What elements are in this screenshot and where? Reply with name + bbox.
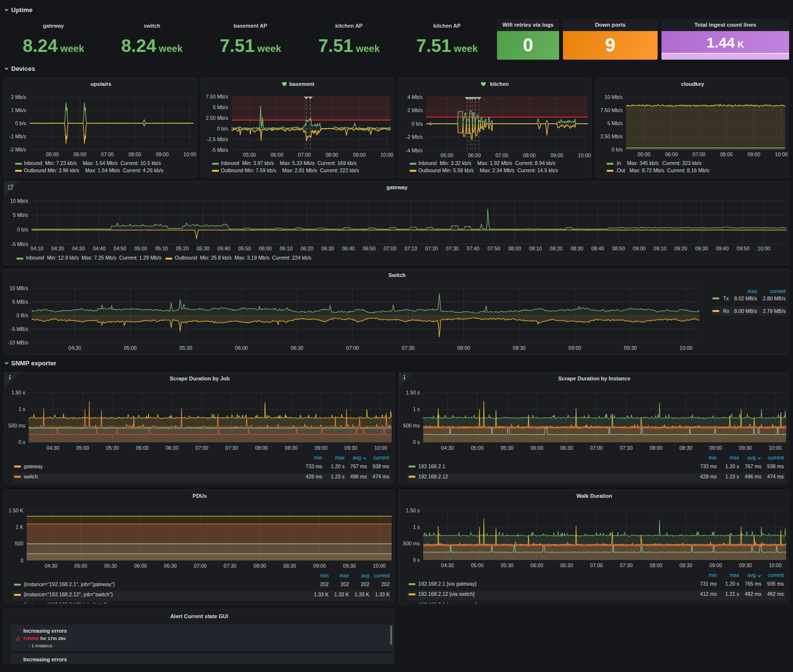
svg-text:06:00: 06:00	[468, 152, 480, 158]
svg-text:0 s: 0 s	[18, 439, 25, 445]
svg-text:upstairs: upstairs	[91, 81, 112, 87]
svg-text:10 Mb/s: 10 Mb/s	[10, 198, 28, 204]
svg-text:938 ms: 938 ms	[767, 463, 784, 469]
svg-text:10:00: 10:00	[769, 562, 781, 568]
svg-text:04:30: 04:30	[441, 445, 454, 451]
svg-text:08:00: 08:00	[253, 563, 266, 569]
svg-text:05:30: 05:30	[106, 445, 119, 451]
svg-text:05:00: 05:00	[124, 345, 136, 351]
svg-text:09:00: 09:00	[709, 445, 722, 451]
svg-text:Outbound: Outbound	[24, 167, 46, 173]
svg-text:05:00: 05:00	[441, 152, 453, 158]
svg-text:Inbound: Inbound	[221, 160, 239, 166]
svg-text:06:30: 06:30	[291, 345, 303, 351]
svg-text:765 ms: 765 ms	[745, 581, 761, 587]
svg-text:08:00: 08:00	[326, 152, 338, 158]
svg-text:07:30: 07:30	[224, 563, 236, 569]
svg-text:current: current	[374, 573, 390, 578]
svg-text:08:00: 08:00	[720, 151, 733, 157]
svg-text:5 MB/s: 5 MB/s	[12, 299, 28, 305]
svg-text:current: current	[373, 455, 389, 460]
svg-text:0 s: 0 s	[413, 439, 420, 445]
svg-text:05:00: 05:00	[471, 445, 483, 451]
svg-text:06:00: 06:00	[134, 563, 147, 569]
svg-text:06:30: 06:30	[560, 562, 573, 568]
svg-text:07:30: 07:30	[620, 445, 632, 451]
svg-text:7.50 Mb/s: 7.50 Mb/s	[600, 107, 623, 113]
svg-text:Current: 169 kb/s: Current: 169 kb/s	[317, 160, 357, 166]
svg-text:gateway: gateway	[24, 463, 43, 469]
svg-text:09:00: 09:00	[709, 562, 722, 568]
svg-text:10:00: 10:00	[380, 152, 393, 158]
svg-text:1 s: 1 s	[413, 524, 420, 530]
svg-text:Tx: Tx	[723, 295, 729, 301]
svg-text:-2 Mb/s: -2 Mb/s	[406, 134, 423, 140]
svg-text:06:20: 06:20	[300, 246, 313, 251]
svg-text:Switch: Switch	[388, 272, 406, 278]
svg-text:09:00: 09:00	[550, 152, 563, 158]
svg-text:07:00: 07:00	[496, 152, 508, 158]
svg-text:07:30: 07:30	[402, 345, 414, 351]
svg-text:05:00: 05:00	[471, 562, 483, 568]
svg-text:1.23 s: 1.23 s	[725, 474, 739, 479]
svg-text:Max: 1.92 Mb/s: Max: 1.92 Mb/s	[478, 160, 512, 166]
svg-text:2.50 Mb/s: 2.50 Mb/s	[600, 133, 623, 139]
svg-text:1.33 K: 1.33 K	[314, 591, 329, 597]
svg-text:08:30: 08:30	[679, 562, 692, 568]
svg-text:08:00: 08:00	[650, 562, 662, 568]
svg-text:max: max	[747, 288, 758, 294]
svg-text:1 s: 1 s	[413, 406, 420, 412]
svg-text:switch: switch	[24, 474, 38, 479]
svg-text:496 ms: 496 ms	[350, 474, 367, 479]
svg-text:0 B/s: 0 B/s	[17, 312, 28, 318]
svg-text:08:00: 08:00	[457, 345, 470, 351]
svg-text:06:00: 06:00	[270, 152, 283, 158]
svg-text:04:20: 04:20	[51, 246, 64, 251]
svg-text:06:40: 06:40	[342, 246, 355, 251]
svg-text:10:00: 10:00	[679, 345, 692, 351]
svg-text:04:30: 04:30	[45, 563, 57, 569]
svg-text:{instance="192.168.2.12", job=: {instance="192.168.2.12", job="switch"}	[24, 591, 113, 597]
svg-text:767 ms: 767 ms	[745, 463, 761, 469]
svg-text:05:00: 05:00	[638, 151, 650, 157]
svg-text:current: current	[768, 455, 784, 460]
svg-text:07:00: 07:00	[693, 151, 705, 157]
svg-text:07:00: 07:00	[101, 151, 114, 157]
svg-text:09:50: 09:50	[737, 246, 749, 251]
svg-text:1.23 s: 1.23 s	[330, 474, 345, 479]
svg-text:2.80 MB/s: 2.80 MB/s	[763, 295, 786, 301]
svg-text:05:00: 05:00	[243, 152, 256, 158]
svg-text:07:10: 07:10	[404, 246, 417, 251]
svg-text:1.33 K: 1.33 K	[375, 591, 390, 597]
svg-text:05:50: 05:50	[238, 246, 251, 251]
svg-text:PDUs: PDUs	[193, 493, 207, 499]
svg-text:-2.5 Mb/s: -2.5 Mb/s	[207, 136, 228, 142]
svg-text:0 b/s: 0 b/s	[412, 121, 423, 127]
svg-text:06:00: 06:00	[259, 246, 272, 251]
svg-text:08:00: 08:00	[255, 445, 268, 451]
svg-text:Max: 2.81 Mb/s: Max: 2.81 Mb/s	[282, 167, 317, 173]
svg-text:7.50 Mb/s: 7.50 Mb/s	[206, 94, 228, 99]
svg-text:1.20 s: 1.20 s	[725, 463, 739, 469]
svg-text:Max: 1.54 Mb/s: Max: 1.54 Mb/s	[85, 167, 120, 173]
svg-text:04:30: 04:30	[441, 562, 454, 568]
svg-text:Rx: Rx	[723, 308, 730, 314]
svg-text:Max: 5.33 Mb/s: Max: 5.33 Mb/s	[280, 160, 315, 166]
svg-text:Min: 3.97 kb/s: Min: 3.97 kb/s	[242, 160, 274, 166]
svg-text:06:00: 06:00	[665, 151, 677, 157]
svg-text:Min: 3.32 kb/s: Min: 3.32 kb/s	[440, 160, 471, 166]
svg-text:202: 202	[340, 581, 349, 587]
svg-text:-2 Mb/s: -2 Mb/s	[9, 147, 26, 152]
svg-text:733 ms: 733 ms	[700, 463, 717, 469]
svg-text:0: 0	[20, 557, 23, 563]
svg-text:avg: avg	[361, 573, 369, 578]
svg-text:05:30: 05:30	[501, 562, 513, 568]
svg-text:05:30: 05:30	[501, 445, 513, 451]
svg-text:07:00: 07:00	[590, 445, 603, 451]
svg-text:428 ms: 428 ms	[306, 474, 322, 479]
svg-text:4 Mb/s: 4 Mb/s	[407, 94, 423, 100]
svg-text:1.50 s: 1.50 s	[11, 390, 25, 395]
svg-text:192.168.2.1 [via gateway]: 192.168.2.1 [via gateway]	[418, 581, 477, 587]
svg-text:09:00: 09:00	[633, 246, 645, 251]
svg-text:202: 202	[381, 581, 390, 587]
